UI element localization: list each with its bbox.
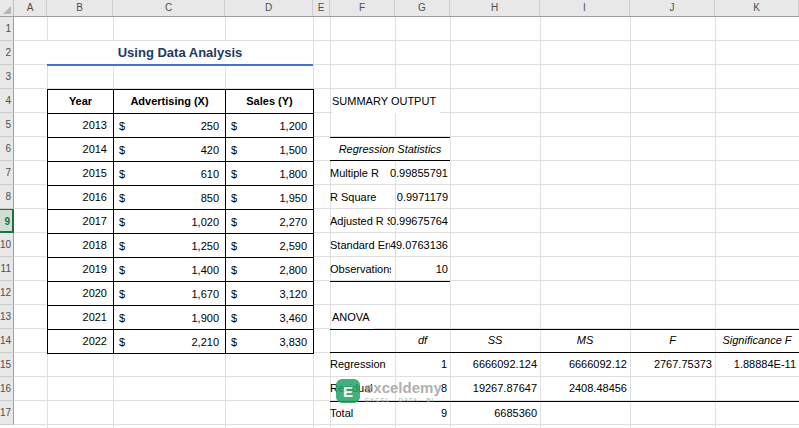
row-header-5[interactable]: 5 [0,113,14,137]
row-header-13[interactable]: 13 [0,305,14,329]
year-cell[interactable]: 2021 [47,305,113,329]
year-cell[interactable]: 2016 [47,185,113,209]
row-header-15[interactable]: 15 [0,353,14,377]
anova-value-cell[interactable]: 6666092.124 [450,353,540,377]
stat-label-cell[interactable]: R Square [330,185,391,209]
sales-header-cell[interactable]: Sales (Y) [225,89,313,113]
sales-cell[interactable]: $3,460 [225,305,313,329]
row-header-8[interactable]: 8 [0,185,14,209]
row-header-16[interactable]: 16 [0,377,14,401]
anova-column-header[interactable]: SS [450,330,540,352]
sales-cell[interactable]: $2,590 [225,233,313,257]
column-header-i[interactable]: I [540,0,630,16]
exceldemy-watermark: E exceldemy EXCEL · DATA · BI [336,379,442,403]
select-all-button[interactable] [0,0,14,16]
advertising-cell[interactable]: $250 [113,113,225,137]
row-header-12[interactable]: 12 [0,281,14,305]
row-header-4[interactable]: 4 [0,89,14,113]
regression-statistics-title[interactable]: Regression Statistics [330,137,450,161]
anova-value-cell[interactable]: 2767.75373 [630,353,715,377]
row-header-9[interactable]: 9 [0,209,14,233]
stat-value-cell[interactable]: 0.9971179 [391,185,450,209]
anova-column-header[interactable]: df [395,330,450,352]
summary-output-title[interactable]: SUMMARY OUTPUT [332,89,440,113]
advertising-cell[interactable]: $2,210 [113,329,225,353]
anova-title[interactable]: ANOVA [332,305,374,329]
row-header-14[interactable]: 14 [0,329,14,353]
anova-column-header[interactable]: Significance F [715,330,799,352]
anova-value-cell[interactable] [715,402,799,425]
stat-label-cell[interactable]: Multiple R [330,161,390,185]
column-header-k[interactable]: K [715,0,799,16]
stat-label-cell[interactable]: Standard Error [330,233,390,257]
row-header-6[interactable]: 6 [0,137,14,161]
sales-cell[interactable]: $1,800 [225,161,313,185]
column-header-g[interactable]: G [395,0,450,16]
stat-value-cell[interactable]: 0.99855791 [390,161,450,185]
stat-value-cell[interactable]: 10 [391,257,450,281]
advertising-header-cell[interactable]: Advertising (X) [113,89,225,113]
anova-row-label[interactable]: Regression [330,353,395,377]
sales-cell[interactable]: $2,800 [225,257,313,281]
column-header-h[interactable]: H [450,0,540,16]
row-header-2[interactable]: 2 [0,41,14,65]
worksheet-title[interactable]: Using Data Analysis [47,41,313,66]
row-header-1[interactable]: 1 [0,17,14,41]
year-cell[interactable]: 2022 [47,329,113,353]
anova-value-cell[interactable]: 2408.48456 [540,377,630,401]
year-cell[interactable]: 2013 [47,113,113,137]
stat-value-cell[interactable]: 0.99675764 [390,209,450,233]
data-table-header-row: Year Advertising (X) Sales (Y) [47,89,313,113]
advertising-cell[interactable]: $1,900 [113,305,225,329]
column-header-d[interactable]: D [225,0,313,16]
currency-symbol: $ [119,139,125,161]
column-header-f[interactable]: F [330,0,395,16]
anova-value-cell[interactable] [630,402,715,425]
stat-label-cell[interactable]: Observations [330,257,391,281]
anova-value-cell[interactable]: 9 [395,402,450,425]
advertising-cell[interactable]: $1,020 [113,209,225,233]
anova-row-label[interactable]: Total [330,402,395,425]
stat-label-cell[interactable]: Adjusted R Square [330,209,390,233]
column-header-c[interactable]: C [113,0,225,16]
anova-value-cell[interactable]: 1 [395,353,450,377]
row-header-11[interactable]: 11 [0,257,14,281]
year-cell[interactable]: 2019 [47,257,113,281]
sales-cell[interactable]: $1,950 [225,185,313,209]
column-header-j[interactable]: J [630,0,715,16]
row-header-17[interactable]: 17 [0,401,14,425]
year-cell[interactable]: 2017 [47,209,113,233]
advertising-cell[interactable]: $1,250 [113,233,225,257]
column-header-b[interactable]: B [47,0,113,16]
advertising-cell[interactable]: $850 [113,185,225,209]
sales-cell[interactable]: $1,500 [225,137,313,161]
advertising-cell[interactable]: $1,400 [113,257,225,281]
advertising-cell[interactable]: $420 [113,137,225,161]
anova-value-cell[interactable]: 1.88884E-11 [715,353,799,377]
anova-value-cell[interactable]: 6666092.12 [540,353,630,377]
row-header-10[interactable]: 10 [0,233,14,257]
sales-cell[interactable]: $1,200 [225,113,313,137]
year-cell[interactable]: 2020 [47,281,113,305]
advertising-cell[interactable]: $610 [113,161,225,185]
year-cell[interactable]: 2015 [47,161,113,185]
column-header-e[interactable]: E [313,0,330,16]
advertising-cell[interactable]: $1,670 [113,281,225,305]
row-header-3[interactable]: 3 [0,65,14,89]
anova-value-cell[interactable] [540,402,630,425]
anova-value-cell[interactable] [630,377,715,401]
sales-cell[interactable]: $3,120 [225,281,313,305]
column-header-a[interactable]: A [14,0,47,16]
anova-column-header[interactable]: MS [540,330,630,352]
year-cell[interactable]: 2014 [47,137,113,161]
year-header-cell[interactable]: Year [47,89,113,113]
row-header-7[interactable]: 7 [0,161,14,185]
sales-cell[interactable]: $2,270 [225,209,313,233]
anova-value-cell[interactable]: 19267.87647 [450,377,540,401]
anova-value-cell[interactable] [715,377,799,401]
year-cell[interactable]: 2018 [47,233,113,257]
stat-value-cell[interactable]: 49.0763136 [390,233,450,257]
anova-column-header[interactable]: F [630,330,715,352]
anova-value-cell[interactable]: 6685360 [450,402,540,425]
sales-cell[interactable]: $3,830 [225,329,313,353]
